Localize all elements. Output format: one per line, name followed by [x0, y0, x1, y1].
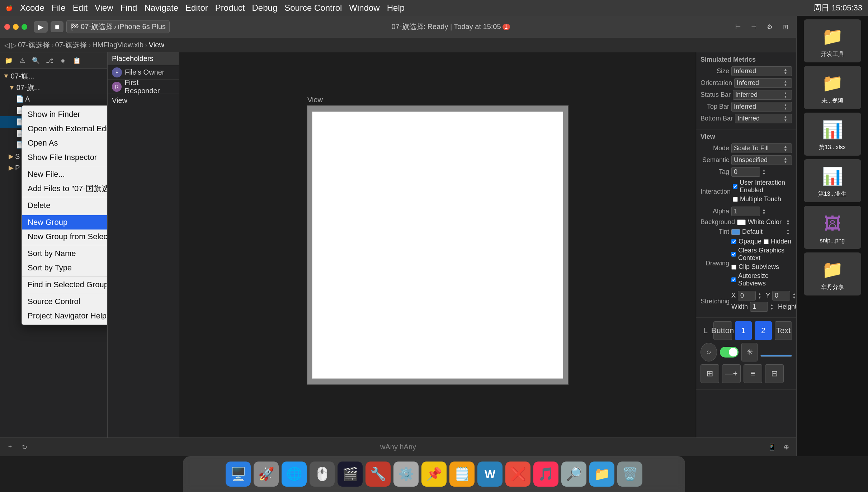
- desktop-file-snip1[interactable]: 🖼 snip...png: [804, 206, 861, 249]
- menu-editor[interactable]: Editor: [185, 3, 208, 13]
- scheme-selector[interactable]: 🏁 07-旗选择 › iPhone 6s Plus: [66, 20, 170, 33]
- dock-safari[interactable]: 🌐: [282, 462, 307, 487]
- tag-input[interactable]: [731, 167, 760, 177]
- width-input[interactable]: [750, 302, 768, 312]
- refresh-button[interactable]: ↻: [19, 441, 30, 453]
- minimize-button[interactable]: [13, 24, 19, 30]
- breakpoint-icon[interactable]: ◈: [57, 55, 69, 66]
- ctx-sort-type[interactable]: Sort by Type: [22, 261, 108, 275]
- x-stepper[interactable]: ▲▼: [758, 292, 764, 299]
- opaque-checkbox[interactable]: [731, 239, 736, 244]
- status-bar-stepper[interactable]: ▲▼: [784, 91, 789, 99]
- bg-stepper[interactable]: ▲▼: [786, 219, 792, 226]
- dock-search[interactable]: 🔎: [561, 462, 586, 487]
- semantic-value[interactable]: Unspecified ▲▼: [731, 155, 792, 165]
- first-responder-item[interactable]: R First Responder: [108, 80, 179, 94]
- ctx-find-groups[interactable]: Find in Selected Groups...: [22, 278, 108, 292]
- menu-debug[interactable]: Debug: [252, 3, 278, 13]
- ctx-source-control[interactable]: Source Control ▶: [22, 294, 108, 309]
- ctx-add-files[interactable]: Add Files to "07-国旗选择"...: [22, 181, 108, 196]
- git-icon[interactable]: ⎇: [44, 55, 55, 66]
- tint-stepper[interactable]: ▲▼: [786, 228, 792, 236]
- menu-window[interactable]: Window: [349, 3, 379, 13]
- status-bar-value[interactable]: Inferred ▲▼: [733, 90, 792, 100]
- width-stepper[interactable]: ▲▼: [770, 303, 776, 311]
- top-bar-stepper[interactable]: ▲▼: [784, 103, 789, 110]
- dock-sticky[interactable]: 📌: [421, 462, 447, 487]
- alpha-stepper[interactable]: ▲▼: [762, 208, 768, 215]
- dock-launchpad[interactable]: 🚀: [254, 462, 279, 487]
- ctx-new-group-selection[interactable]: New Group from Selection: [22, 230, 108, 244]
- hidden-checkbox[interactable]: [764, 239, 769, 244]
- menu-source-control[interactable]: Source Control: [284, 3, 342, 13]
- tree-item-1[interactable]: ▼ 07-旗...: [0, 82, 107, 93]
- files-owner-item[interactable]: F File's Owner: [108, 65, 179, 80]
- device-toggle[interactable]: 📱: [766, 441, 778, 453]
- size-value[interactable]: Inferred ▲▼: [731, 66, 792, 76]
- y-stepper[interactable]: ▲▼: [792, 292, 796, 299]
- background-swatch[interactable]: [737, 219, 746, 225]
- tree-root[interactable]: ▼ 07-旗...: [0, 70, 107, 82]
- split-left-btn[interactable]: ⊢: [732, 20, 745, 33]
- layout-btn2[interactable]: ⊞: [779, 20, 792, 33]
- tree-file-a1[interactable]: 📄 A: [0, 93, 107, 105]
- menu-help[interactable]: Help: [387, 3, 405, 13]
- size-stepper[interactable]: ▲▼: [784, 68, 789, 75]
- dock-premiere[interactable]: 🎬: [338, 462, 363, 487]
- menu-view[interactable]: View: [95, 3, 113, 13]
- menu-xcode[interactable]: Xcode: [20, 3, 44, 13]
- menu-navigate[interactable]: Navigate: [144, 3, 178, 13]
- close-button[interactable]: [4, 24, 10, 30]
- canvas-inner[interactable]: [312, 112, 563, 379]
- tint-swatch[interactable]: [731, 229, 740, 235]
- dock-mouse[interactable]: 🖱️: [310, 462, 335, 487]
- ctx-open-as[interactable]: Open As ▶: [22, 136, 108, 150]
- widget-num1[interactable]: 1: [735, 321, 752, 340]
- desktop-file-video[interactable]: 📁 未...视频: [804, 66, 861, 109]
- maximize-button[interactable]: [22, 24, 27, 30]
- widget-circle[interactable]: ○: [700, 343, 717, 361]
- breadcrumb-item-1[interactable]: 07-旗选择: [18, 40, 50, 50]
- autoresize-checkbox[interactable]: [731, 277, 736, 282]
- breadcrumb-item-3[interactable]: HMFlagView.xib: [92, 41, 143, 49]
- menu-product[interactable]: Product: [215, 3, 245, 13]
- warning-icon[interactable]: ⚠: [16, 55, 28, 66]
- dock-files[interactable]: 📁: [589, 462, 614, 487]
- desktop-file-chadan[interactable]: 📁 车丹分享: [804, 252, 861, 295]
- ctx-new-group[interactable]: New Group: [22, 215, 108, 230]
- ctx-delete[interactable]: Delete: [22, 198, 108, 213]
- dock-system-prefs[interactable]: ⚙️: [393, 462, 419, 487]
- toggle-switch[interactable]: [720, 347, 739, 358]
- widget-button[interactable]: Button: [713, 321, 732, 340]
- zoom-btn[interactable]: ⊕: [780, 441, 792, 453]
- ctx-sort-name[interactable]: Sort by Name: [22, 246, 108, 261]
- ctx-show-in-finder[interactable]: Show in Finder: [22, 107, 108, 122]
- apple-menu[interactable]: 🍎: [6, 5, 13, 11]
- bottom-bar-value[interactable]: Inferred ▲▼: [735, 114, 792, 123]
- tag-stepper[interactable]: ▲▼: [762, 169, 768, 176]
- breadcrumb-item-2[interactable]: 07-旗选择: [55, 40, 87, 50]
- widget-spinner[interactable]: ✳: [741, 343, 758, 361]
- desktop-file-xlsx1[interactable]: 📊 第13...xlsx: [804, 113, 861, 156]
- widget-text[interactable]: Text: [775, 321, 792, 340]
- desktop-file-devtools[interactable]: 📁 开发工具: [804, 19, 861, 62]
- ctx-project-nav-help[interactable]: Project Navigator Help ▶: [22, 309, 108, 323]
- report-icon[interactable]: 📋: [71, 55, 82, 66]
- layout-btn1[interactable]: ⚙: [763, 20, 776, 33]
- ctx-show-inspector[interactable]: Show File Inspector: [22, 150, 108, 165]
- dock-finder[interactable]: 🖥️: [226, 462, 251, 487]
- nav-prev[interactable]: ◁: [4, 41, 10, 49]
- desktop-file-xlsx2[interactable]: 📊 第13...业生: [804, 159, 861, 202]
- search-icon[interactable]: 🔍: [30, 55, 42, 66]
- semantic-stepper[interactable]: ▲▼: [784, 157, 789, 164]
- run-button[interactable]: ▶: [34, 21, 48, 33]
- folder-icon[interactable]: 📁: [3, 55, 14, 66]
- stop-button[interactable]: ■: [51, 21, 63, 32]
- menu-find[interactable]: Find: [121, 3, 137, 13]
- ctx-new-file[interactable]: New File...: [22, 167, 108, 181]
- view-item[interactable]: View: [108, 94, 179, 107]
- dock-tools[interactable]: 🔧: [365, 462, 391, 487]
- editor-canvas[interactable]: View: [179, 52, 696, 437]
- multiple-touch-checkbox[interactable]: [733, 197, 738, 202]
- mode-stepper[interactable]: ▲▼: [784, 145, 789, 152]
